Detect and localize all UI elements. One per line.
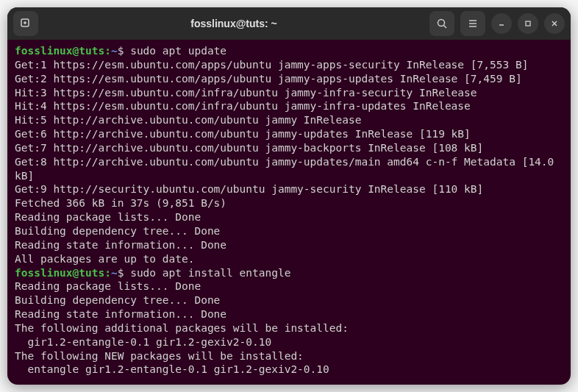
output-line: Hit:4 https://esm.ubuntu.com/infra/ubunt… — [15, 99, 563, 113]
output-line: Building dependency tree... Done — [15, 224, 563, 238]
output-line: The following additional packages will b… — [15, 321, 563, 335]
output-line: Get:9 http://security.ubuntu.com/ubuntu … — [15, 182, 563, 196]
command-text: sudo apt install entangle — [124, 267, 290, 279]
new-tab-button[interactable] — [13, 11, 38, 36]
window-title: fosslinux@tuts: ~ — [38, 18, 429, 29]
new-tab-icon — [20, 18, 32, 29]
svg-rect-2 — [526, 21, 530, 26]
output-line: Reading state information... Done — [15, 238, 563, 252]
output-line: All packages are up to date. — [15, 252, 563, 266]
prompt-colon: : — [104, 45, 111, 57]
minimize-button[interactable] — [491, 13, 512, 34]
output-line: Building dependency tree... Done — [15, 293, 563, 307]
prompt-user: fosslinux@tuts — [15, 45, 104, 57]
output-line: Reading package lists... Done — [15, 210, 563, 224]
output-line: Fetched 366 kB in 37s (9,851 B/s) — [15, 196, 563, 210]
titlebar: fosslinux@tuts: ~ — [7, 7, 571, 40]
search-icon — [436, 18, 448, 29]
output-line: Get:1 https://esm.ubuntu.com/apps/ubuntu… — [15, 58, 563, 72]
prompt-line: fosslinux@tuts:~$ sudo apt update — [15, 44, 563, 58]
prompt-colon: : — [104, 267, 111, 279]
output-line: gir1.2-entangle-0.1 gir1.2-gexiv2-0.10 — [15, 335, 563, 349]
close-button[interactable] — [544, 13, 565, 34]
prompt-path: ~ — [111, 45, 118, 57]
svg-point-1 — [438, 20, 445, 26]
output-line: Get:6 http://archive.ubuntu.com/ubuntu j… — [15, 127, 563, 141]
output-line: entangle gir1.2-entangle-0.1 gir1.2-gexi… — [15, 363, 563, 377]
prompt-line: fosslinux@tuts:~$ sudo apt install entan… — [15, 266, 563, 280]
output-line: Get:7 http://archive.ubuntu.com/ubuntu j… — [15, 141, 563, 155]
prompt-user: fosslinux@tuts — [15, 267, 104, 279]
terminal-window: fosslinux@tuts: ~ — [7, 7, 571, 385]
hamburger-icon — [467, 18, 479, 29]
titlebar-right — [429, 11, 565, 36]
search-button[interactable] — [429, 11, 454, 36]
output-line: The following NEW packages will be insta… — [15, 349, 563, 363]
maximize-icon — [524, 19, 532, 28]
output-line: Reading package lists... Done — [15, 279, 563, 293]
command-text: sudo apt update — [124, 45, 226, 57]
terminal-body[interactable]: fosslinux@tuts:~$ sudo apt update Get:1 … — [7, 40, 571, 385]
maximize-button[interactable] — [518, 13, 538, 34]
output-line: Hit:3 https://esm.ubuntu.com/infra/ubunt… — [15, 86, 563, 100]
close-icon — [550, 19, 559, 28]
titlebar-left — [13, 11, 38, 36]
minimize-icon — [497, 19, 506, 28]
output-line: Reading state information... Done — [15, 307, 563, 321]
output-line: Get:2 https://esm.ubuntu.com/apps/ubuntu… — [15, 72, 563, 86]
output-line: Hit:5 http://archive.ubuntu.com/ubuntu j… — [15, 113, 563, 127]
output-line: Get:8 http://archive.ubuntu.com/ubuntu j… — [15, 155, 563, 183]
menu-button[interactable] — [460, 11, 485, 36]
prompt-path: ~ — [111, 267, 118, 279]
